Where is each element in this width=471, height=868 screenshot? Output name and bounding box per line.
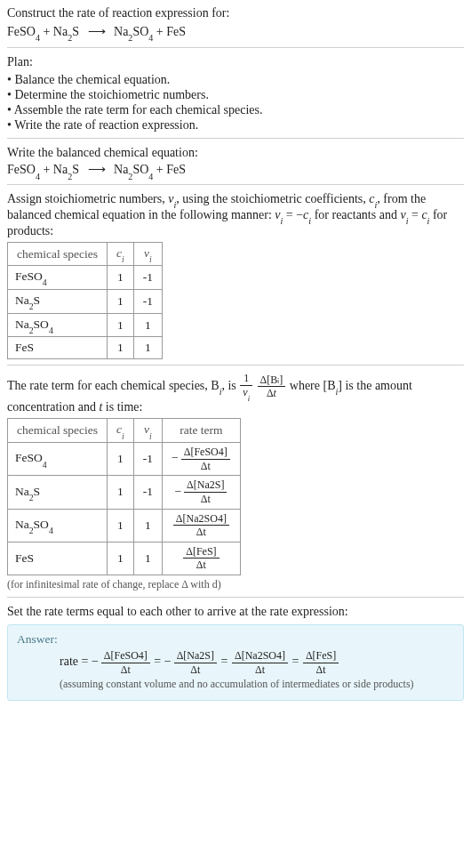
table-row: FeSO4 1 -1 xyxy=(8,266,163,290)
table-row: Na2S 1 -1 xyxy=(8,290,163,314)
cell-rateterm: −Δ[FeSO4]Δt xyxy=(163,443,241,476)
answer-box: Answer: rate = −Δ[FeSO4]Δt = −Δ[Na2S]Δt … xyxy=(7,624,464,701)
table-row: FeS 1 1 xyxy=(8,337,163,359)
cell-species: FeS xyxy=(8,337,108,359)
plan-list: • Balance the chemical equation. • Deter… xyxy=(7,73,464,133)
col-ci: ci xyxy=(108,242,134,266)
species-na2so4: Na2SO4 xyxy=(114,163,156,176)
species-feso4: FeSO4 xyxy=(7,25,43,38)
cell-ci: 1 xyxy=(108,337,134,359)
balanced-title: Write the balanced chemical equation: xyxy=(7,146,464,160)
cell-nui: 1 xyxy=(133,337,162,359)
cell-rateterm: Δ[Na2SO4]Δt xyxy=(163,509,241,542)
cell-species: Na2S xyxy=(8,476,108,509)
balanced-block: Write the balanced chemical equation: Fe… xyxy=(7,146,464,179)
cell-ci: 1 xyxy=(108,266,134,290)
species-fes: FeS xyxy=(166,163,186,176)
species-na2so4: Na2SO4 xyxy=(114,25,156,38)
assumption-note: (assuming constant volume and no accumul… xyxy=(17,678,454,691)
cell-species: Na2S xyxy=(8,290,108,314)
cell-rateterm: Δ[FeS]Δt xyxy=(163,542,241,575)
cell-species: FeSO4 xyxy=(8,443,108,476)
delta-bi-fraction: Δ[Bᵢ] Δt xyxy=(258,374,286,399)
rate-term-block: The rate term for each chemical species,… xyxy=(7,373,464,591)
final-intro: Set the rate terms equal to each other t… xyxy=(7,605,464,619)
intro-equation: FeSO4 + Na2S ⟶ Na2SO4 + FeS xyxy=(7,24,464,42)
intro-prompt: Construct the rate of reaction expressio… xyxy=(7,5,464,22)
plus-sign: + xyxy=(43,163,52,176)
col-species: chemical species xyxy=(8,419,108,443)
plus-sign: + xyxy=(156,163,166,176)
footnote-infinitesimal: (for infinitesimal rate of change, repla… xyxy=(7,578,464,591)
cell-nui: 1 xyxy=(133,313,162,337)
divider xyxy=(7,597,464,598)
cell-ci: 1 xyxy=(108,443,134,476)
cell-nui: -1 xyxy=(133,443,162,476)
table-header-row: chemical species ci νi xyxy=(8,242,163,266)
one-over-nu-fraction: 1 νi xyxy=(240,373,252,400)
stoich-block: Assign stoichiometric numbers, νi, using… xyxy=(7,192,464,359)
cell-nui: 1 xyxy=(133,542,162,575)
col-nui: νi xyxy=(133,242,162,266)
divider xyxy=(7,365,464,366)
col-nui: νi xyxy=(133,419,162,443)
plan-block: Plan: • Balance the chemical equation. •… xyxy=(7,55,464,133)
stoich-table: chemical species ci νi FeSO4 1 -1 Na2S 1… xyxy=(7,242,163,360)
cell-species: Na2SO4 xyxy=(8,509,108,542)
table-row: Na2SO4 1 1 Δ[Na2SO4]Δt xyxy=(8,509,241,542)
species-feso4: FeSO4 xyxy=(7,163,43,176)
intro-block: Construct the rate of reaction expressio… xyxy=(7,5,464,42)
species-na2s: Na2S xyxy=(53,163,83,176)
cell-ci: 1 xyxy=(108,313,134,337)
rate-term-table: chemical species ci νi rate term FeSO4 1… xyxy=(7,418,241,575)
table-row: Na2SO4 1 1 xyxy=(8,313,163,337)
cell-ci: 1 xyxy=(108,290,134,314)
cell-ci: 1 xyxy=(108,542,134,575)
divider xyxy=(7,47,464,48)
plan-item: • Write the rate of reaction expression. xyxy=(7,118,464,133)
plus-sign: + xyxy=(43,25,52,38)
cell-species: Na2SO4 xyxy=(8,313,108,337)
rate-term-intro: The rate term for each chemical species,… xyxy=(7,373,464,414)
table-row: FeS 1 1 Δ[FeS]Δt xyxy=(8,542,241,575)
plan-item: • Balance the chemical equation. xyxy=(7,73,464,87)
reaction-arrow-icon: ⟶ xyxy=(83,24,111,41)
cell-rateterm: −Δ[Na2S]Δt xyxy=(163,476,241,509)
plus-sign: + xyxy=(156,25,166,38)
rate-expression: rate = −Δ[FeSO4]Δt = −Δ[Na2S]Δt = Δ[Na2S… xyxy=(17,650,454,675)
col-species: chemical species xyxy=(8,242,108,266)
cell-nui: -1 xyxy=(133,266,162,290)
col-rateterm: rate term xyxy=(163,419,241,443)
cell-species: FeSO4 xyxy=(8,266,108,290)
answer-label: Answer: xyxy=(17,632,454,647)
cell-nui: -1 xyxy=(133,476,162,509)
plan-item: • Assemble the rate term for each chemic… xyxy=(7,103,464,117)
stoich-intro: Assign stoichiometric numbers, νi, using… xyxy=(7,192,464,238)
plan-title: Plan: xyxy=(7,55,464,69)
species-fes: FeS xyxy=(166,25,186,38)
species-na2s: Na2S xyxy=(53,25,83,38)
divider xyxy=(7,138,464,139)
table-row: FeSO4 1 -1 −Δ[FeSO4]Δt xyxy=(8,443,241,476)
cell-nui: 1 xyxy=(133,509,162,542)
cell-nui: -1 xyxy=(133,290,162,314)
cell-ci: 1 xyxy=(108,476,134,509)
plan-item: • Determine the stoichiometric numbers. xyxy=(7,88,464,102)
reaction-arrow-icon: ⟶ xyxy=(83,162,111,177)
table-row: Na2S 1 -1 −Δ[Na2S]Δt xyxy=(8,476,241,509)
cell-species: FeS xyxy=(8,542,108,575)
final-block: Set the rate terms equal to each other t… xyxy=(7,605,464,701)
divider xyxy=(7,184,464,185)
table-header-row: chemical species ci νi rate term xyxy=(8,419,241,443)
cell-ci: 1 xyxy=(108,509,134,542)
col-ci: ci xyxy=(108,419,134,443)
balanced-equation: FeSO4 + Na2S ⟶ Na2SO4 + FeS xyxy=(7,162,464,179)
